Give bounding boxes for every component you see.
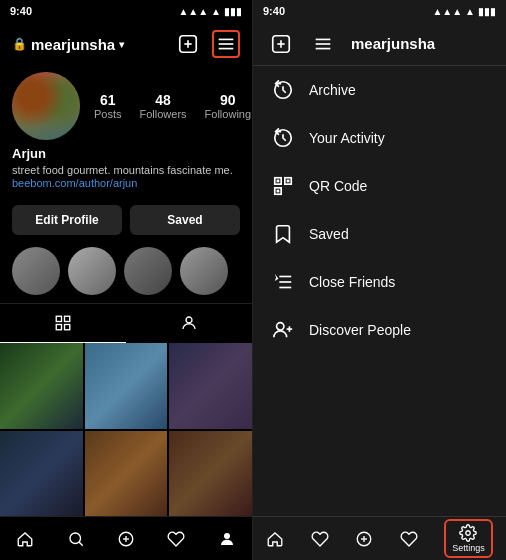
menu-item-your-activity[interactable]: Your Activity <box>253 114 506 162</box>
add-nav-button[interactable] <box>106 519 146 559</box>
archive-label: Archive <box>309 82 356 98</box>
home-icon <box>16 530 34 548</box>
signal-icon-right: ▲▲▲ <box>432 6 462 17</box>
story-bubble-3[interactable] <box>124 247 172 295</box>
grid-cell-1[interactable] <box>0 343 83 428</box>
grid-cell-6[interactable] <box>169 431 252 516</box>
saved-menu-label: Saved <box>309 226 349 242</box>
add-circle-icon <box>117 530 135 548</box>
tab-grid[interactable] <box>0 304 126 343</box>
following-stat: 90 Following <box>205 92 251 120</box>
settings-label: Settings <box>452 543 485 553</box>
settings-gear-icon <box>459 524 477 542</box>
right-heart-icon <box>311 530 329 548</box>
battery-icon: ▮▮▮ <box>224 6 242 17</box>
person-tag-icon <box>180 314 198 332</box>
lock-icon: 🔒 <box>12 37 27 51</box>
right-heart2-button[interactable] <box>400 530 418 548</box>
search-nav-button[interactable] <box>56 519 96 559</box>
tab-tagged[interactable] <box>126 304 252 343</box>
activity-icon <box>271 126 295 150</box>
svg-point-10 <box>186 317 192 323</box>
menu-item-qr-code[interactable]: QR Code <box>253 162 506 210</box>
following-count: 90 <box>205 92 251 108</box>
activity-label: Your Activity <box>309 130 385 146</box>
svg-rect-6 <box>56 317 61 322</box>
status-icons-left: ▲▲▲ ▲ ▮▮▮ <box>178 6 242 17</box>
photo-grid <box>0 343 252 516</box>
qr-icon <box>272 175 294 197</box>
profile-link[interactable]: beebom.com/author/arjun <box>12 177 240 189</box>
story-bubble-2[interactable] <box>68 247 116 295</box>
menu-item-discover-people[interactable]: Discover People <box>253 306 506 354</box>
grid-cell-4[interactable] <box>0 431 83 516</box>
profile-section: 61 Posts 48 Followers 90 Following Arjun… <box>0 66 252 197</box>
status-bar-left: 9:40 ▲▲▲ ▲ ▮▮▮ <box>0 0 252 22</box>
qr-code-icon <box>271 174 295 198</box>
plus-square-icon <box>177 33 199 55</box>
right-home-icon <box>266 530 284 548</box>
story-bubble-4[interactable] <box>180 247 228 295</box>
menu-list: Archive Your Activity <box>253 66 506 516</box>
home-nav-button[interactable] <box>5 519 45 559</box>
right-heart-button[interactable] <box>311 530 329 548</box>
right-username: mearjunsha <box>351 35 492 52</box>
right-activity-icon <box>400 530 418 548</box>
right-add-nav-button[interactable] <box>355 530 373 548</box>
svg-rect-32 <box>277 190 280 193</box>
clock-back-icon <box>272 79 294 101</box>
archive-icon <box>271 78 295 102</box>
svg-point-16 <box>224 533 230 539</box>
edit-profile-button[interactable]: Edit Profile <box>12 205 122 235</box>
posts-label: Posts <box>94 108 122 120</box>
grid-cell-2[interactable] <box>85 343 168 428</box>
right-menu-button[interactable] <box>309 30 337 58</box>
bookmark-icon <box>272 223 294 245</box>
right-plus-icon <box>270 33 292 55</box>
svg-rect-9 <box>65 325 70 330</box>
right-home-button[interactable] <box>266 530 284 548</box>
left-panel: 9:40 ▲▲▲ ▲ ▮▮▮ 🔒 mearjunsha ▾ <box>0 0 253 560</box>
username-area[interactable]: 🔒 mearjunsha ▾ <box>12 36 124 53</box>
menu-item-close-friends[interactable]: Close Friends <box>253 258 506 306</box>
followers-stat: 48 Followers <box>140 92 187 120</box>
wifi-icon: ▲ <box>211 6 221 17</box>
settings-button[interactable]: Settings <box>444 519 493 558</box>
add-post-button[interactable] <box>174 30 202 58</box>
profile-nav-button[interactable] <box>207 519 247 559</box>
menu-button[interactable] <box>212 30 240 58</box>
svg-rect-31 <box>287 180 290 183</box>
right-add-button[interactable] <box>267 30 295 58</box>
list-star-icon <box>272 271 294 293</box>
discover-people-label: Discover People <box>309 322 411 338</box>
menu-item-archive[interactable]: Archive <box>253 66 506 114</box>
followers-label: Followers <box>140 108 187 120</box>
following-label: Following <box>205 108 251 120</box>
right-top-nav: mearjunsha <box>253 22 506 66</box>
heart-nav-button[interactable] <box>156 519 196 559</box>
svg-point-43 <box>277 323 284 330</box>
right-panel: 9:40 ▲▲▲ ▲ ▮▮▮ mearjunsha <box>253 0 506 560</box>
svg-line-12 <box>79 542 83 546</box>
person-add-icon <box>272 319 294 341</box>
profile-info-row: 61 Posts 48 Followers 90 Following <box>12 72 240 140</box>
svg-rect-8 <box>56 325 61 330</box>
time-left: 9:40 <box>10 5 32 17</box>
tabs-row <box>0 303 252 343</box>
profile-icon <box>218 530 236 548</box>
discover-icon <box>271 318 295 342</box>
saved-icon <box>271 222 295 246</box>
saved-button[interactable]: Saved <box>130 205 240 235</box>
story-bubble-1[interactable] <box>12 247 60 295</box>
grid-cell-5[interactable] <box>85 431 168 516</box>
svg-rect-7 <box>65 317 70 322</box>
grid-cell-3[interactable] <box>169 343 252 428</box>
right-hamburger-icon <box>312 33 334 55</box>
qr-label: QR Code <box>309 178 367 194</box>
menu-item-saved[interactable]: Saved <box>253 210 506 258</box>
top-nav-left: 🔒 mearjunsha ▾ <box>0 22 252 66</box>
avatar-image <box>12 72 80 140</box>
svg-marker-42 <box>275 274 279 281</box>
time-right: 9:40 <box>263 5 285 17</box>
followers-count: 48 <box>140 92 187 108</box>
